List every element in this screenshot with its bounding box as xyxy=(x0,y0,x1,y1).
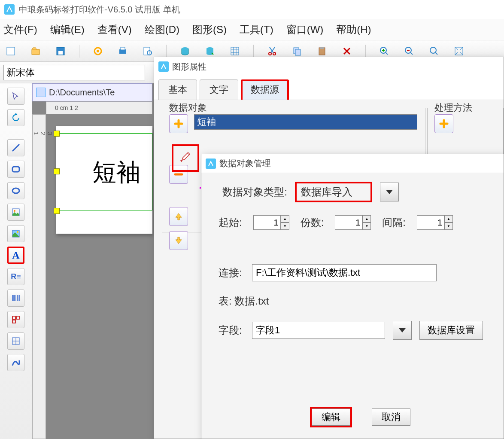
cancel-button[interactable]: 取消 xyxy=(372,409,410,426)
svg-rect-28 xyxy=(12,316,15,319)
zoom-reset-icon[interactable] xyxy=(428,45,440,58)
move-down-button[interactable] xyxy=(169,231,188,250)
connect-input[interactable] xyxy=(252,264,437,281)
dialog-titlebar[interactable]: 数据对象管理 xyxy=(201,154,504,173)
svg-rect-14 xyxy=(295,49,301,55)
dialog-tabs: 基本 文字 数据源 xyxy=(154,76,504,100)
save-icon[interactable] xyxy=(54,45,67,58)
fit-icon[interactable] xyxy=(452,45,465,58)
app-title: 中琅条码标签打印软件-V6.5.0 试用版 单机 xyxy=(19,4,180,15)
db-refresh-icon[interactable] xyxy=(203,45,216,58)
image-tool-icon[interactable] xyxy=(7,204,24,221)
menu-edit[interactable]: 编辑(E) xyxy=(50,23,85,37)
barcode-tool-icon[interactable] xyxy=(7,290,24,307)
menu-window[interactable]: 窗口(W) xyxy=(286,23,324,37)
start-input[interactable] xyxy=(253,215,281,230)
field-select[interactable] xyxy=(252,322,385,339)
copies-label: 份数: xyxy=(301,216,324,229)
zoom-in-icon[interactable] xyxy=(378,45,391,58)
db-settings-button[interactable]: 数据库设置 xyxy=(419,321,483,340)
svg-rect-30 xyxy=(12,320,15,323)
ellipse-tool-icon[interactable] xyxy=(7,182,24,199)
curve-tool-icon[interactable] xyxy=(7,354,24,371)
dialog-titlebar[interactable]: 图形属性 xyxy=(154,57,504,76)
svg-point-23 xyxy=(12,188,19,193)
add-process-button[interactable] xyxy=(434,114,453,133)
paste-icon[interactable] xyxy=(316,45,328,58)
copies-input[interactable] xyxy=(335,215,362,230)
table-tool-icon[interactable] xyxy=(7,332,24,350)
menu-draw[interactable]: 绘图(D) xyxy=(145,23,179,37)
selection-handle[interactable] xyxy=(54,131,60,137)
tab-basic[interactable]: 基本 xyxy=(158,79,197,100)
gear-icon[interactable] xyxy=(91,45,104,58)
connect-label: 连接: xyxy=(219,266,244,280)
document-tab[interactable]: D:\Documents\Te xyxy=(32,83,152,101)
move-up-button[interactable] xyxy=(169,207,188,226)
type-value: 数据库导入 xyxy=(295,182,372,202)
delete-icon[interactable] xyxy=(340,45,353,58)
document-path: D:\Documents\Te xyxy=(49,88,115,98)
cut-icon[interactable] xyxy=(266,45,279,58)
type-dropdown-button[interactable] xyxy=(380,183,399,201)
copies-spinner[interactable]: ▲▼ xyxy=(335,215,371,230)
spin-up-icon[interactable]: ▲ xyxy=(362,215,371,223)
svg-point-27 xyxy=(17,231,18,233)
rotate-tool-icon[interactable] xyxy=(7,109,24,126)
toolbar-separator xyxy=(166,45,167,58)
richtext-tool-icon[interactable]: R≡ xyxy=(7,268,24,285)
spin-down-icon[interactable]: ▼ xyxy=(362,223,371,230)
copy-icon[interactable] xyxy=(291,45,304,58)
new-icon[interactable] xyxy=(4,45,17,58)
group-title: 处理方法 xyxy=(432,101,475,114)
zoom-out-icon[interactable] xyxy=(403,45,416,58)
field-dropdown-button[interactable] xyxy=(393,321,412,340)
edit-confirm-button[interactable]: 编辑 xyxy=(312,409,350,426)
menu-file[interactable]: 文件(F) xyxy=(3,23,37,37)
menu-tool[interactable]: 工具(T) xyxy=(240,23,273,37)
tab-text[interactable]: 文字 xyxy=(200,79,238,100)
text-tool-icon[interactable]: A xyxy=(7,247,24,264)
font-family-input[interactable] xyxy=(3,65,145,80)
start-spinner[interactable]: ▲▼ xyxy=(253,215,289,230)
spin-up-icon[interactable]: ▲ xyxy=(444,215,453,223)
spin-up-icon[interactable]: ▲ xyxy=(281,215,289,223)
spin-down-icon[interactable]: ▼ xyxy=(281,223,289,230)
dialog-body: 数据对象 短袖 处理方法 xyxy=(154,100,504,116)
svg-point-25 xyxy=(14,210,15,212)
dialog-title: 图形属性 xyxy=(172,61,206,73)
data-object-list-item[interactable]: 短袖 xyxy=(194,114,417,130)
selection-handle[interactable] xyxy=(54,168,60,174)
canvas-text-object[interactable]: 短袖 xyxy=(92,156,140,189)
preview-icon[interactable] xyxy=(141,45,154,58)
picture-tool-icon[interactable] xyxy=(7,225,24,242)
print-icon[interactable] xyxy=(116,45,129,58)
interval-spinner[interactable]: ▲▼ xyxy=(417,215,453,230)
pointer-tool-icon[interactable] xyxy=(7,88,24,105)
interval-input[interactable] xyxy=(417,215,444,230)
dialog-icon xyxy=(206,159,216,169)
left-toolbar: A R≡ xyxy=(0,83,32,439)
grid-icon[interactable] xyxy=(228,45,241,58)
menu-shape[interactable]: 图形(S) xyxy=(192,23,227,37)
open-icon[interactable] xyxy=(29,45,42,58)
dialog-icon xyxy=(158,61,169,72)
svg-rect-16 xyxy=(320,47,324,49)
selection-handle[interactable] xyxy=(54,208,60,214)
start-label: 起始: xyxy=(219,216,242,229)
menu-help[interactable]: 帮助(H) xyxy=(336,23,371,37)
line-tool-icon[interactable] xyxy=(7,139,24,156)
spin-down-icon[interactable]: ▼ xyxy=(444,223,453,230)
menubar: 文件(F) 编辑(E) 查看(V) 绘图(D) 图形(S) 工具(T) 窗口(W… xyxy=(0,19,504,40)
edit-button[interactable] xyxy=(172,144,199,172)
tab-datasource[interactable]: 数据源 xyxy=(241,79,289,100)
qrcode-tool-icon[interactable] xyxy=(7,311,24,328)
svg-point-4 xyxy=(97,50,99,52)
document-icon xyxy=(36,88,46,97)
roundrect-tool-icon[interactable] xyxy=(7,161,24,178)
svg-rect-22 xyxy=(12,167,19,172)
menu-view[interactable]: 查看(V) xyxy=(97,23,132,37)
db-icon[interactable] xyxy=(179,45,191,58)
add-button[interactable] xyxy=(169,114,188,133)
data-object-manage-dialog: 数据对象管理 数据对象类型: 数据库导入 起始: ▲▼ 份数: ▲▼ 间隔: ▲… xyxy=(201,154,504,439)
